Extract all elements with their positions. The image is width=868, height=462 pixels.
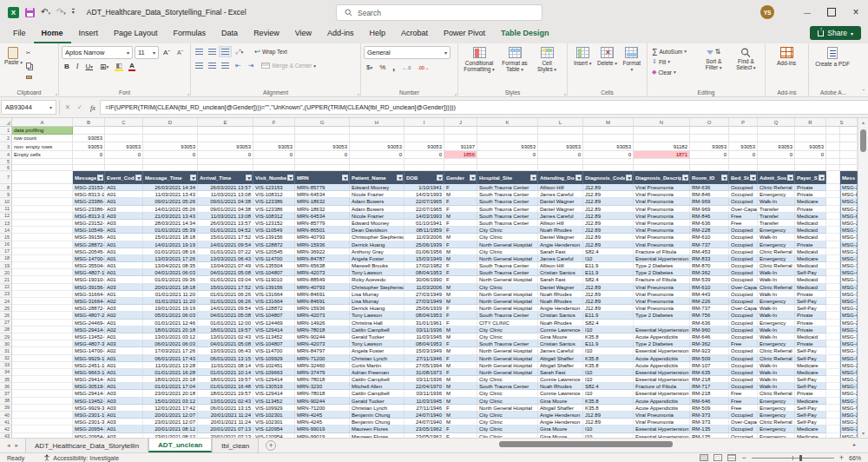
underline-button[interactable]: U — [82, 61, 95, 72]
cell[interactable]: 08/04/1953 — [404, 340, 444, 347]
cell[interactable]: VIS-120954 — [253, 426, 295, 432]
cell[interactable]: MSG-8313-3 — [840, 213, 858, 220]
cell[interactable]: F — [444, 312, 477, 319]
cell[interactable]: Occupied — [729, 347, 758, 354]
row-number[interactable]: 21 — [0, 276, 12, 283]
undo-button[interactable] — [41, 8, 50, 16]
cell[interactable]: F — [444, 227, 477, 234]
cell[interactable]: 11/03/2021 13:43 — [143, 191, 198, 198]
cell[interactable]: RM-737 — [690, 241, 729, 248]
cell[interactable]: Dean Davidson — [350, 227, 404, 234]
cell[interactable]: MSG-10549-1 — [73, 227, 105, 234]
cell[interactable] — [826, 135, 840, 142]
cell[interactable]: non- empty rows — [12, 142, 73, 151]
header-cell[interactable]: Diagnosis_Code — [583, 171, 634, 184]
cell[interactable]: 26/03/2021 13:57 — [198, 220, 253, 227]
cell[interactable] — [12, 355, 73, 362]
cell[interactable]: M — [444, 347, 477, 354]
tab-review[interactable]: Review — [246, 25, 287, 43]
dialog-launcher-icon[interactable] — [357, 89, 359, 96]
cell[interactable] — [12, 241, 73, 248]
cell[interactable]: MRN-90244 — [295, 398, 350, 405]
cell[interactable] — [826, 412, 840, 419]
cell[interactable] — [840, 135, 858, 142]
cell[interactable]: J12.89 — [583, 298, 634, 305]
cell[interactable]: Allison Hill — [538, 220, 583, 227]
cell[interactable] — [12, 376, 73, 383]
cell[interactable]: Occupied — [729, 376, 758, 383]
cell[interactable]: 0 — [198, 151, 253, 159]
cell[interactable]: MSG-13452-3 — [73, 398, 105, 405]
cell[interactable]: 20/01/2021 18:18 — [143, 284, 198, 291]
row-number[interactable]: 5 — [0, 159, 12, 165]
cell[interactable] — [12, 269, 73, 276]
bold-button[interactable]: B — [62, 61, 72, 72]
header-cell[interactable]: Bed_Statu — [729, 171, 758, 184]
filter-button[interactable] — [819, 175, 825, 181]
cell[interactable]: VIS-110549 — [253, 227, 295, 234]
cell[interactable]: MSG-28872-1 — [840, 241, 858, 248]
cell[interactable]: South Trauma Center — [477, 184, 538, 191]
cell[interactable] — [350, 127, 404, 135]
cell[interactable]: Cristian Santos — [538, 312, 583, 319]
cell[interactable]: MSG-30519-1 — [73, 383, 105, 390]
cell[interactable]: Emergency — [758, 227, 795, 234]
cell[interactable] — [826, 426, 840, 432]
cell[interactable]: MSG-20954-1 — [73, 426, 105, 432]
cell[interactable]: Medicare — [795, 198, 826, 205]
cell[interactable]: 18/01/2021 19:57 — [198, 390, 253, 397]
cell[interactable]: S82.4 — [583, 248, 634, 255]
cell[interactable]: F — [444, 262, 477, 269]
cell[interactable]: M — [444, 383, 477, 390]
cell[interactable]: J12.89 — [583, 305, 634, 312]
cell[interactable] — [477, 135, 538, 142]
column-letter[interactable]: G — [295, 118, 350, 127]
cell[interactable]: MSG-19010-1 — [840, 276, 858, 283]
cell[interactable]: M — [444, 398, 477, 405]
cell[interactable]: MSG-23152-3 — [73, 220, 105, 227]
cell[interactable]: MSG-31664-2 — [840, 298, 858, 305]
cell[interactable]: MSG-9929-1 — [73, 355, 105, 362]
zoom-in-button[interactable]: + — [839, 453, 844, 462]
cell[interactable]: 22/07/1965 — [404, 198, 444, 205]
wrap-text-button[interactable]: Wrap Text — [253, 47, 289, 57]
cell[interactable]: Self-Pay — [795, 269, 826, 276]
cell[interactable]: Maxwell Brooks — [350, 262, 404, 269]
cell[interactable] — [826, 327, 840, 333]
cell[interactable] — [826, 234, 840, 241]
cell[interactable]: City Clinic — [477, 412, 538, 419]
cell[interactable]: Christina Hall — [350, 320, 404, 327]
cell[interactable]: MRN-99019 — [295, 426, 350, 432]
cell[interactable]: VIS-139156 — [253, 234, 295, 241]
cell[interactable]: A01 — [105, 355, 143, 362]
cell[interactable]: I10 — [583, 369, 634, 376]
cell[interactable]: Fracture of Fibula — [634, 248, 690, 255]
cell[interactable]: I10 — [583, 376, 634, 383]
cell[interactable]: James Careful — [538, 255, 583, 262]
cell[interactable]: Walk-In — [758, 269, 795, 276]
cell[interactable]: 30/06/1990 — [404, 276, 444, 283]
cell[interactable]: North General Hospital — [477, 255, 538, 262]
header-cell[interactable]: Attending_Docto — [538, 171, 583, 184]
cell[interactable]: RM-509 — [690, 405, 729, 412]
cell[interactable]: MRN-42073 — [295, 340, 350, 347]
cell[interactable] — [690, 127, 729, 135]
cell[interactable] — [12, 171, 73, 184]
cell[interactable]: 14/01/2021 05:26 — [143, 206, 198, 213]
cell[interactable]: Gerald Tucker — [350, 398, 404, 405]
cell[interactable]: MSG-19010-1 — [73, 276, 105, 283]
cell[interactable]: M — [444, 390, 477, 397]
cell[interactable]: Self-Pay — [795, 305, 826, 312]
cell[interactable]: Self-Pay — [795, 298, 826, 305]
column-letter[interactable]: H — [350, 118, 404, 127]
cell[interactable]: RM-870 — [690, 262, 729, 269]
cell[interactable]: North General Hospital — [477, 355, 538, 362]
cell[interactable]: MSG-39156-1 — [840, 234, 858, 241]
row-number[interactable]: 11 — [0, 206, 12, 213]
header-cell[interactable]: MRN — [295, 171, 350, 184]
cell[interactable]: Connie Lawrence — [538, 376, 583, 383]
cell[interactable]: Clinic Referral — [758, 184, 795, 191]
cell[interactable] — [826, 142, 840, 151]
cell[interactable]: Private — [795, 340, 826, 347]
select-all-corner[interactable] — [0, 118, 12, 127]
